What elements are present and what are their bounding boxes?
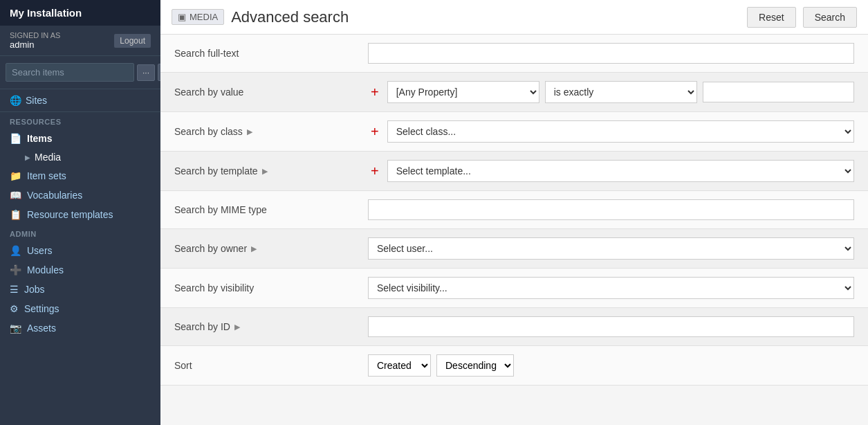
jobs-icon: ☰ bbox=[10, 284, 19, 295]
by-class-control: + Select class... bbox=[368, 120, 854, 143]
users-icon: 👤 bbox=[10, 245, 21, 256]
sidebar-item-items[interactable]: 📄 Items bbox=[0, 129, 160, 148]
by-id-control bbox=[368, 316, 854, 337]
sidebar-item-users[interactable]: 👤 Users bbox=[0, 241, 160, 260]
chevron-icon: ▶ bbox=[25, 154, 30, 161]
mime-input[interactable] bbox=[368, 199, 854, 220]
search-more-button[interactable]: ··· bbox=[137, 64, 155, 81]
user-info-area: SIGNED IN AS admin Logout bbox=[0, 26, 160, 56]
items-icon: 📄 bbox=[10, 133, 21, 144]
search-area: ··· 🔍 bbox=[0, 56, 160, 89]
by-class-row: Search by class ▶ + Select class... bbox=[160, 112, 868, 152]
sidebar-item-item-sets[interactable]: 📁 Item sets bbox=[0, 166, 160, 186]
sidebar-item-vocabularies[interactable]: 📖 Vocabularies bbox=[0, 186, 160, 205]
assets-icon: 📷 bbox=[10, 323, 21, 334]
media-badge-label: MEDIA bbox=[190, 12, 218, 22]
admin-section-label: ADMIN bbox=[0, 224, 160, 241]
by-template-row: Search by template ▶ + Select template..… bbox=[160, 152, 868, 191]
add-class-button[interactable]: + bbox=[368, 125, 382, 138]
condition-select[interactable]: is exactly is not exactly contains does … bbox=[545, 81, 697, 103]
search-button[interactable]: Search bbox=[803, 7, 857, 28]
by-template-arrow: ▶ bbox=[262, 167, 268, 176]
by-id-row: Search by ID ▶ bbox=[160, 308, 868, 346]
sites-icon: 🌐 bbox=[10, 95, 21, 106]
sites-link[interactable]: 🌐 Sites bbox=[10, 95, 151, 106]
page-title: Advanced search bbox=[231, 8, 740, 26]
resource-templates-icon: 📋 bbox=[10, 209, 21, 220]
by-id-arrow: ▶ bbox=[234, 323, 240, 332]
by-value-row: Search by value + [Any Property] Title D… bbox=[160, 73, 868, 112]
sidebar-item-media[interactable]: ▶ Media bbox=[0, 148, 160, 166]
user-details: SIGNED IN AS admin bbox=[10, 31, 60, 50]
sort-control: Created Title Modified Ascending Descend… bbox=[368, 354, 854, 377]
sort-row: Sort Created Title Modified Ascending De… bbox=[160, 346, 868, 386]
fulltext-input[interactable] bbox=[368, 43, 854, 64]
value-input[interactable] bbox=[703, 82, 854, 102]
signed-in-label: SIGNED IN AS bbox=[10, 31, 60, 39]
fulltext-control bbox=[368, 43, 854, 64]
by-owner-label: Search by owner ▶ bbox=[174, 243, 368, 254]
resources-section-label: RESOURCES bbox=[0, 112, 160, 129]
sort-label: Sort bbox=[174, 360, 368, 371]
sort-field-select[interactable]: Created Title Modified bbox=[368, 354, 431, 377]
sidebar-item-modules[interactable]: ➕ Modules bbox=[0, 260, 160, 280]
by-class-label: Search by class ▶ bbox=[174, 126, 368, 137]
app-title: My Installation bbox=[0, 0, 160, 26]
template-select[interactable]: Select template... bbox=[387, 160, 854, 182]
fulltext-row: Search full-text bbox=[160, 35, 868, 73]
settings-icon: ⚙ bbox=[10, 303, 19, 314]
id-input[interactable] bbox=[368, 316, 854, 337]
by-visibility-label: Search by visibility bbox=[174, 282, 368, 293]
main-content: ▣ MEDIA Advanced search Reset Search Sea… bbox=[160, 0, 868, 425]
by-visibility-control: Select visibility... bbox=[368, 277, 854, 299]
by-mime-control bbox=[368, 199, 854, 220]
by-template-control: + Select template... bbox=[368, 160, 854, 182]
search-input[interactable] bbox=[6, 63, 134, 82]
fulltext-label: Search full-text bbox=[174, 48, 368, 59]
by-class-arrow: ▶ bbox=[247, 127, 252, 136]
sidebar-item-resource-templates[interactable]: 📋 Resource templates bbox=[0, 205, 160, 224]
reset-button[interactable]: Reset bbox=[747, 7, 796, 28]
by-mime-row: Search by MIME type bbox=[160, 191, 868, 229]
sidebar-item-jobs[interactable]: ☰ Jobs bbox=[0, 280, 160, 299]
by-value-control: + [Any Property] Title Description Subje… bbox=[368, 81, 854, 103]
by-mime-label: Search by MIME type bbox=[174, 204, 368, 215]
by-template-label: Search by template ▶ bbox=[174, 165, 368, 177]
add-value-button[interactable]: + bbox=[368, 85, 382, 99]
property-select[interactable]: [Any Property] Title Description Subject bbox=[387, 81, 539, 103]
vocabularies-icon: 📖 bbox=[10, 190, 21, 201]
media-badge: ▣ MEDIA bbox=[172, 9, 224, 25]
sidebar-item-assets[interactable]: 📷 Assets bbox=[0, 318, 160, 338]
logout-button[interactable]: Logout bbox=[114, 34, 151, 48]
sidebar-item-settings[interactable]: ⚙ Settings bbox=[0, 299, 160, 318]
add-template-button[interactable]: + bbox=[368, 164, 382, 178]
advanced-search-form: Search full-text Search by value + [Any … bbox=[160, 35, 868, 425]
by-owner-arrow: ▶ bbox=[251, 244, 257, 253]
by-owner-control: Select user... bbox=[368, 237, 854, 260]
owner-select[interactable]: Select user... bbox=[368, 237, 854, 260]
sort-order-select[interactable]: Ascending Descending bbox=[436, 354, 514, 377]
item-sets-icon: 📁 bbox=[10, 170, 21, 181]
admin-username: admin bbox=[10, 39, 60, 50]
modules-icon: ➕ bbox=[10, 264, 21, 275]
by-owner-row: Search by owner ▶ Select user... bbox=[160, 229, 868, 269]
by-id-label: Search by ID ▶ bbox=[174, 321, 368, 332]
by-visibility-row: Search by visibility Select visibility..… bbox=[160, 269, 868, 308]
sidebar: My Installation SIGNED IN AS admin Logou… bbox=[0, 0, 160, 425]
media-badge-icon: ▣ bbox=[178, 12, 186, 22]
topbar: ▣ MEDIA Advanced search Reset Search bbox=[160, 0, 868, 35]
sites-nav-item[interactable]: 🌐 Sites bbox=[0, 89, 160, 112]
class-select[interactable]: Select class... bbox=[387, 120, 854, 143]
by-value-label: Search by value bbox=[174, 87, 368, 98]
visibility-select[interactable]: Select visibility... bbox=[368, 277, 854, 299]
